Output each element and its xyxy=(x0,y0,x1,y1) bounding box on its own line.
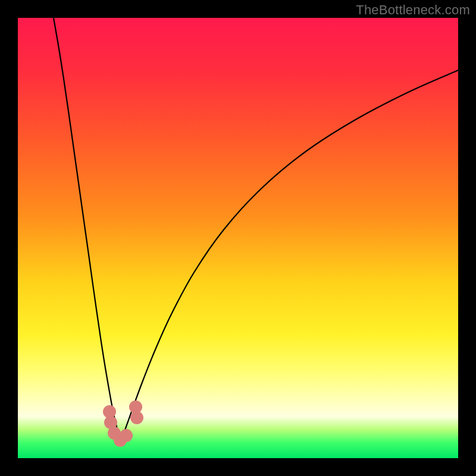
attribution-label: TheBottleneck.com xyxy=(356,2,470,18)
chart-frame: TheBottleneck.com xyxy=(0,0,476,476)
gradient-background xyxy=(18,18,458,458)
highlight-dot xyxy=(120,429,133,442)
bottleneck-chart xyxy=(18,18,458,458)
highlight-dot xyxy=(130,411,143,424)
